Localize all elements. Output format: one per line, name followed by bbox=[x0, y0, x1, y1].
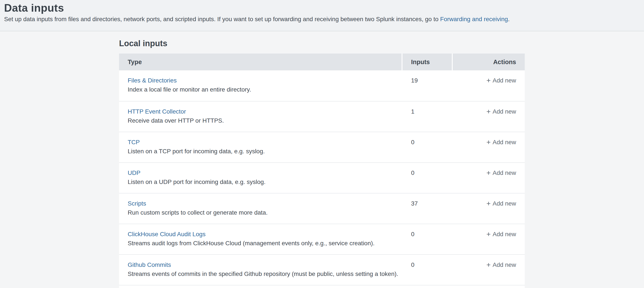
actions-cell: +Add new bbox=[453, 193, 525, 224]
input-type-description: Index a local file or monitor an entire … bbox=[128, 85, 402, 94]
table-row: TCP Listen on a TCP port for incoming da… bbox=[119, 132, 525, 162]
forwarding-and-receiving-link[interactable]: Forwarding and receiving bbox=[440, 16, 508, 23]
add-new-button[interactable]: +Add new bbox=[486, 168, 516, 177]
input-type-description: Streams events of commits in the specifi… bbox=[128, 269, 402, 278]
type-cell: HTTP Event Collector Receive data over H… bbox=[119, 102, 402, 132]
actions-cell: +Add new bbox=[453, 70, 525, 101]
type-cell: Files & Directories Index a local file o… bbox=[119, 70, 402, 101]
page-title: Data inputs bbox=[4, 2, 635, 14]
add-new-label: Add new bbox=[492, 260, 516, 269]
table-row: UDP Listen on a UDP port for incoming da… bbox=[119, 162, 525, 193]
input-type-link[interactable]: ClickHouse Cloud Audit Logs bbox=[128, 230, 206, 239]
inputs-count: 0 bbox=[402, 224, 453, 254]
input-type-link[interactable]: HTTP Event Collector bbox=[128, 107, 186, 116]
inputs-count: 0 bbox=[402, 132, 453, 162]
input-type-description: Receive data over HTTP or HTTPS. bbox=[128, 116, 402, 125]
input-type-description: Run custom scripts to collect or generat… bbox=[128, 208, 402, 217]
table-row-partial bbox=[119, 285, 525, 288]
page-subtitle: Set up data inputs from files and direct… bbox=[4, 15, 635, 23]
table-row: Scripts Run custom scripts to collect or… bbox=[119, 193, 525, 224]
add-new-button[interactable]: +Add new bbox=[486, 107, 516, 116]
local-inputs-table: Type Inputs Actions Files & Directories … bbox=[119, 54, 525, 288]
actions-cell: +Add new bbox=[453, 102, 525, 132]
add-new-label: Add new bbox=[492, 199, 516, 208]
column-header-inputs: Inputs bbox=[402, 54, 452, 70]
actions-cell: +Add new bbox=[453, 255, 525, 285]
content-area: Local inputs Type Inputs Actions Files &… bbox=[0, 31, 644, 288]
inputs-count: 19 bbox=[402, 70, 453, 101]
plus-icon: + bbox=[486, 168, 491, 177]
table-row: HTTP Event Collector Receive data over H… bbox=[119, 101, 525, 132]
input-type-description: Streams audit logs from ClickHouse Cloud… bbox=[128, 239, 402, 248]
input-type-link[interactable]: TCP bbox=[128, 138, 140, 147]
inputs-count: 0 bbox=[402, 255, 453, 285]
add-new-label: Add new bbox=[492, 230, 516, 239]
input-type-description: Listen on a TCP port for incoming data, … bbox=[128, 147, 402, 156]
add-new-button[interactable]: +Add new bbox=[486, 199, 516, 208]
inputs-count: 37 bbox=[402, 193, 453, 224]
input-type-link[interactable]: Scripts bbox=[128, 199, 146, 208]
inputs-count: 0 bbox=[402, 163, 453, 193]
input-type-link[interactable]: Github Commits bbox=[128, 260, 171, 269]
type-cell: Scripts Run custom scripts to collect or… bbox=[119, 193, 402, 224]
input-type-description: Listen on a UDP port for incoming data, … bbox=[128, 177, 402, 186]
page-header: Data inputs Set up data inputs from file… bbox=[0, 0, 644, 31]
inputs-count: 1 bbox=[402, 102, 453, 132]
input-type-link[interactable]: UDP bbox=[128, 168, 140, 177]
column-header-type: Type bbox=[119, 54, 402, 70]
actions-cell: +Add new bbox=[453, 163, 525, 193]
section-title: Local inputs bbox=[119, 39, 644, 48]
subtitle-text: Set up data inputs from files and direct… bbox=[4, 16, 440, 23]
add-new-label: Add new bbox=[492, 168, 516, 177]
type-cell: TCP Listen on a TCP port for incoming da… bbox=[119, 132, 402, 162]
add-new-label: Add new bbox=[492, 76, 516, 85]
plus-icon: + bbox=[486, 199, 491, 208]
add-new-button[interactable]: +Add new bbox=[486, 260, 516, 269]
type-cell: UDP Listen on a UDP port for incoming da… bbox=[119, 163, 402, 193]
table-row: Files & Directories Index a local file o… bbox=[119, 70, 525, 101]
plus-icon: + bbox=[486, 229, 491, 238]
plus-icon: + bbox=[486, 107, 491, 116]
type-cell: Github Commits Streams events of commits… bbox=[119, 255, 402, 285]
column-header-actions: Actions bbox=[453, 54, 525, 70]
type-cell: ClickHouse Cloud Audit Logs Streams audi… bbox=[119, 224, 402, 254]
actions-cell: +Add new bbox=[453, 224, 525, 254]
add-new-button[interactable]: +Add new bbox=[486, 138, 516, 147]
add-new-label: Add new bbox=[492, 138, 516, 147]
table-body: Files & Directories Index a local file o… bbox=[119, 70, 525, 288]
add-new-label: Add new bbox=[492, 107, 516, 116]
plus-icon: + bbox=[486, 138, 491, 147]
plus-icon: + bbox=[486, 76, 491, 85]
table-row: Github Commits Streams events of commits… bbox=[119, 254, 525, 285]
table-header-row: Type Inputs Actions bbox=[119, 54, 525, 70]
plus-icon: + bbox=[486, 260, 491, 269]
add-new-button[interactable]: +Add new bbox=[486, 76, 516, 85]
input-type-link[interactable]: Files & Directories bbox=[128, 76, 177, 85]
actions-cell: +Add new bbox=[453, 132, 525, 162]
add-new-button[interactable]: +Add new bbox=[486, 230, 516, 239]
subtitle-period: . bbox=[508, 16, 510, 23]
table-row: ClickHouse Cloud Audit Logs Streams audi… bbox=[119, 224, 525, 254]
